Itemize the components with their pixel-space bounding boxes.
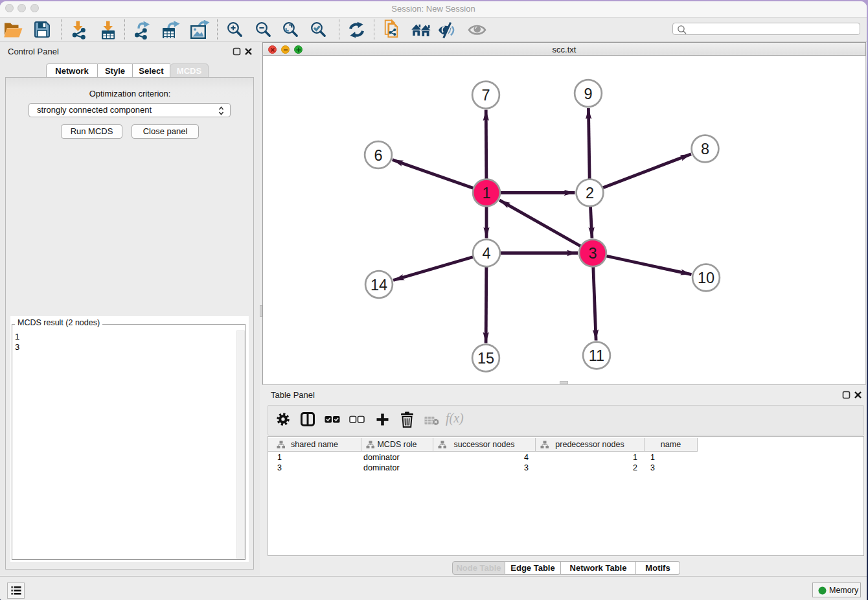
svg-text:6: 6: [374, 147, 382, 164]
svg-text:4: 4: [482, 245, 490, 262]
svg-text:9: 9: [584, 86, 592, 102]
svg-text:10: 10: [698, 270, 714, 286]
svg-text:2: 2: [586, 185, 594, 202]
svg-text:11: 11: [589, 347, 604, 364]
svg-text:15: 15: [477, 350, 494, 367]
svg-text:7: 7: [481, 87, 490, 104]
svg-text:8: 8: [701, 141, 709, 157]
svg-text:1: 1: [482, 185, 490, 202]
svg-text:14: 14: [371, 277, 387, 294]
svg-text:3: 3: [588, 245, 597, 262]
